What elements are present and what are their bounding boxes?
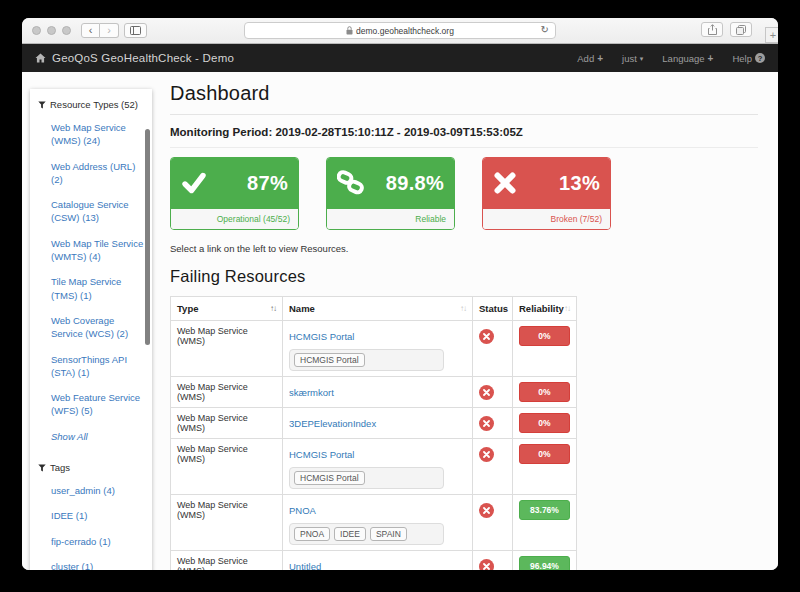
column-header-type[interactable]: ↑↓Type: [171, 297, 283, 321]
status-cell: [473, 377, 513, 408]
tag-list: HCMGIS Portal: [289, 467, 444, 489]
sidebar-item-wmts[interactable]: Web Map Tile Service (WMTS) (4): [38, 237, 146, 264]
column-header-status[interactable]: ↑↓Status: [473, 297, 513, 321]
status-cell: [473, 321, 513, 377]
reliable-percent: 89.8%: [386, 172, 444, 195]
operational-label: Operational (45/52): [171, 208, 298, 229]
reliable-card: 89.8% Reliable: [326, 157, 455, 230]
address-bar[interactable]: demo.geohealthcheck.org ↻: [244, 22, 556, 39]
status-error-icon[interactable]: [479, 385, 494, 400]
navbar-item-user-menu[interactable]: just▾: [622, 53, 643, 64]
broken-percent: 13%: [559, 172, 600, 195]
tag-chip[interactable]: PNOA: [294, 527, 330, 541]
link-icon: [337, 170, 364, 196]
sidebar-tag-user-admin[interactable]: user_admin (4): [38, 484, 146, 497]
resource-link[interactable]: PNOA: [289, 504, 316, 518]
window-controls: [32, 26, 71, 35]
sidebar-item-wms[interactable]: Web Map Service (WMS) (24): [38, 121, 146, 148]
forward-button[interactable]: ›: [100, 23, 119, 38]
sort-icon: ↑↓: [270, 304, 276, 313]
column-header-name[interactable]: ↑↓Name: [283, 297, 473, 321]
browser-chrome: ‹ › demo.geohealthcheck.org ↻ +: [22, 18, 778, 44]
resource-link[interactable]: 3DEPElevationIndex: [289, 417, 376, 431]
zoom-window-button[interactable]: [62, 26, 71, 35]
status-cell: [473, 439, 513, 495]
sidebar-scrollbar[interactable]: [145, 129, 150, 345]
sidebar-tag-fip-cerrado[interactable]: fip-cerrado (1): [38, 535, 146, 548]
table-row: Web Map Service (WMS) 3DEPElevationIndex…: [171, 408, 577, 439]
minimize-window-button[interactable]: [47, 26, 56, 35]
plus-icon: +: [597, 53, 603, 64]
reliability-button[interactable]: 0%: [519, 382, 570, 402]
column-header-reliability[interactable]: ↑↓Reliability: [513, 297, 577, 321]
table-row: Web Map Service (WMS) HCMGIS Portal HCMG…: [171, 439, 577, 495]
reliability-button[interactable]: 96.94%: [519, 556, 570, 570]
filter-icon: [38, 464, 46, 472]
resource-link[interactable]: Untitled: [289, 560, 321, 570]
sidebar-item-csw[interactable]: Catalogue Service (CSW) (13): [38, 198, 146, 225]
sidebar-tag-cluster[interactable]: cluster (1): [38, 560, 146, 570]
sidebar: Resource Types (52) Web Map Service (WMS…: [30, 89, 152, 570]
resource-type: Web Map Service (WMS): [171, 377, 283, 408]
reliability-button[interactable]: 0%: [519, 444, 570, 464]
share-button[interactable]: [701, 22, 723, 37]
question-icon: ?: [755, 53, 765, 63]
resource-link[interactable]: HCMGIS Portal: [289, 330, 354, 344]
new-tab-button[interactable]: +: [765, 27, 778, 43]
resource-type: Web Map Service (WMS): [171, 408, 283, 439]
status-cell: [473, 495, 513, 551]
failing-resources-title: Failing Resources: [170, 267, 758, 286]
reliable-label: Reliable: [327, 208, 454, 229]
resource-link[interactable]: HCMGIS Portal: [289, 448, 354, 462]
tag-chip[interactable]: HCMGIS Portal: [294, 471, 365, 485]
app-brand[interactable]: GeoQoS GeoHealthCheck - Demo: [52, 52, 234, 64]
resource-type: Web Map Service (WMS): [171, 495, 283, 551]
reliability-button[interactable]: 0%: [519, 326, 570, 346]
main-content: Dashboard Monitoring Period: 2019-02-28T…: [170, 72, 778, 570]
hint-text: Select a link on the left to view Resour…: [170, 243, 758, 254]
sidebar-toggle-button[interactable]: [124, 23, 147, 38]
navbar-item-language[interactable]: Language+: [662, 53, 713, 64]
tag-list: PNOA IDEE SPAIN: [289, 523, 444, 545]
sidebar-item-tms[interactable]: Tile Map Service (TMS) (1): [38, 275, 146, 302]
reliability-button[interactable]: 83.76%: [519, 500, 570, 520]
sidebar-show-all[interactable]: Show All: [38, 430, 146, 443]
operational-card: 87% Operational (45/52): [170, 157, 299, 230]
back-button[interactable]: ‹: [81, 23, 100, 38]
tag-chip[interactable]: SPAIN: [370, 527, 407, 541]
lock-icon: [346, 26, 353, 35]
table-row: Web Map Service (WMS) PNOA PNOA IDEE SPA…: [171, 495, 577, 551]
close-window-button[interactable]: [32, 26, 41, 35]
resource-types-header: Resource Types (52): [38, 99, 146, 110]
status-error-icon[interactable]: [479, 447, 494, 462]
navbar-item-help[interactable]: Help?: [732, 53, 765, 64]
status-error-icon[interactable]: [479, 416, 494, 431]
navbar-item-add[interactable]: Add+: [577, 53, 603, 64]
sidebar-item-wfs[interactable]: Web Feature Service (WFS) (5): [38, 391, 146, 418]
refresh-icon[interactable]: ↻: [541, 24, 549, 35]
page-body: Resource Types (52) Web Map Service (WMS…: [22, 72, 778, 570]
resource-type: Web Map Service (WMS): [171, 321, 283, 377]
sidebar-item-url[interactable]: Web Address (URL) (2): [38, 160, 146, 187]
home-icon[interactable]: [35, 53, 46, 63]
status-error-icon[interactable]: [479, 559, 494, 570]
sidebar-icon: [130, 26, 141, 35]
resource-type: Web Map Service (WMS): [171, 551, 283, 571]
reliability-button[interactable]: 0%: [519, 413, 570, 433]
tags-header: Tags: [38, 462, 146, 473]
chevron-down-icon: ▾: [640, 55, 644, 63]
status-error-icon[interactable]: [479, 503, 494, 518]
tabs-icon: [736, 25, 746, 35]
table-row: Web Map Service (WMS) HCMGIS Portal HCMG…: [171, 321, 577, 377]
table-row: Web Map Service (WMS) Untitled 96.94%: [171, 551, 577, 571]
sidebar-tag-idee[interactable]: IDEE (1): [38, 509, 146, 522]
sidebar-item-sta[interactable]: SensorThings API (STA) (1): [38, 353, 146, 380]
browser-window: ‹ › demo.geohealthcheck.org ↻ + GeoQoS G…: [22, 18, 778, 570]
status-error-icon[interactable]: [479, 329, 494, 344]
tag-chip[interactable]: IDEE: [334, 527, 366, 541]
tag-chip[interactable]: HCMGIS Portal: [294, 353, 365, 367]
sidebar-item-wcs[interactable]: Web Coverage Service (WCS) (2): [38, 314, 146, 341]
resource-type: Web Map Service (WMS): [171, 439, 283, 495]
tabs-button[interactable]: [730, 22, 752, 37]
resource-link[interactable]: skærmkort: [289, 386, 334, 400]
